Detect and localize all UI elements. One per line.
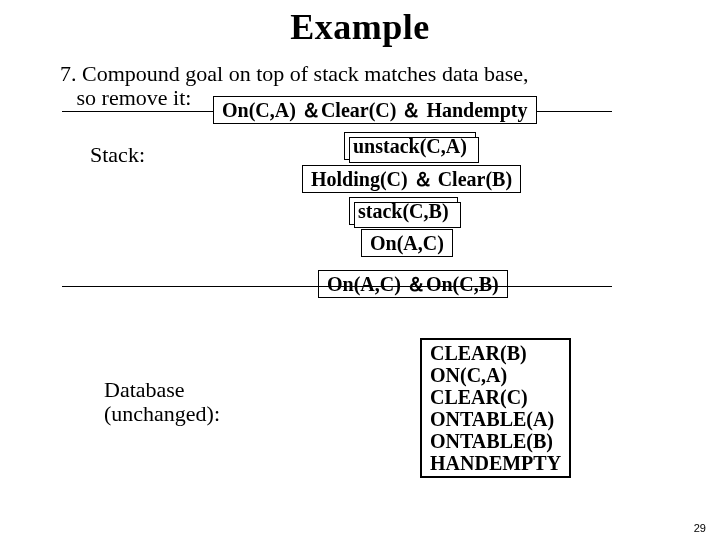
- stack-item-onac: On(A,C): [361, 229, 453, 257]
- stack-label: Stack:: [90, 142, 145, 168]
- database-label-line1: Database: [104, 377, 185, 402]
- bullet-number: 7.: [60, 61, 77, 86]
- db-row: HANDEMPTY: [430, 452, 561, 474]
- stack-item-conjunction-top: On(C,A) ＆Clear(C) ＆ Handempty: [213, 96, 537, 124]
- page-number: 29: [694, 522, 706, 534]
- database-box: CLEAR(B) ON(C,A) CLEAR(C) ONTABLE(A) ONT…: [420, 338, 571, 478]
- db-row: CLEAR(C): [430, 386, 561, 408]
- bullet-line2: so remove it:: [77, 85, 192, 110]
- slide-title: Example: [0, 0, 720, 48]
- db-row: CLEAR(B): [430, 342, 561, 364]
- database-label: Database (unchanged):: [104, 378, 220, 426]
- stack-item-goal: On(A,C) ＆On(C,B): [318, 270, 508, 298]
- stack-item-unstack: unstack(C,A): [344, 132, 476, 160]
- db-row: ON(C,A): [430, 364, 561, 386]
- bullet-line1: Compound goal on top of stack matches da…: [82, 61, 529, 86]
- database-label-line2: (unchanged):: [104, 401, 220, 426]
- db-row: ONTABLE(A): [430, 408, 561, 430]
- stack-item-holding: Holding(C) ＆ Clear(B): [302, 165, 521, 193]
- db-row: ONTABLE(B): [430, 430, 561, 452]
- slide: Example 7. Compound goal on top of stack…: [0, 0, 720, 540]
- stack-item-stackcb: stack(C,B): [349, 197, 458, 225]
- divider-bottom: [62, 286, 612, 287]
